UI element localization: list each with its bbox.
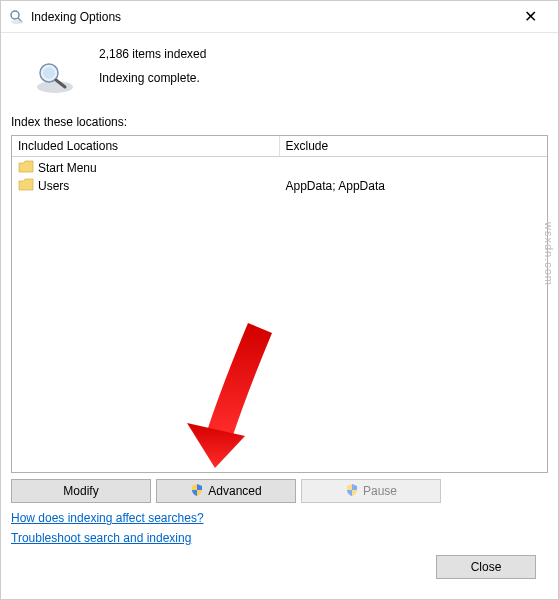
- locations-section-label: Index these locations:: [11, 115, 548, 129]
- titlebar: Indexing Options ✕: [1, 1, 558, 33]
- svg-point-5: [43, 67, 55, 79]
- included-column-body: Start Menu Users: [12, 157, 280, 472]
- content-area: 2,186 items indexed Indexing complete. I…: [1, 33, 558, 599]
- list-item[interactable]: Users: [16, 177, 276, 195]
- window-close-button[interactable]: ✕: [510, 1, 550, 33]
- indexing-options-window: Indexing Options ✕ 2,186 items indexed I…: [0, 0, 559, 600]
- modify-button[interactable]: Modify: [11, 479, 151, 503]
- column-header-exclude[interactable]: Exclude: [280, 136, 548, 156]
- button-label: Advanced: [208, 484, 261, 498]
- svg-point-0: [11, 11, 19, 19]
- locations-listbox[interactable]: Included Locations Exclude Start Menu: [11, 135, 548, 473]
- button-label: Modify: [63, 484, 98, 498]
- indexing-status-text: Indexing complete.: [99, 71, 206, 85]
- exclude-column-body: AppData; AppData: [280, 157, 548, 472]
- help-links: How does indexing affect searches? Troub…: [11, 511, 548, 545]
- exclude-value: AppData; AppData: [286, 179, 385, 193]
- folder-icon: [18, 178, 34, 195]
- items-indexed-count: 2,186 items indexed: [99, 47, 206, 61]
- watermark: wsxdn.com: [543, 222, 555, 286]
- action-button-row: Modify Advanced: [11, 479, 548, 503]
- close-button[interactable]: Close: [436, 555, 536, 579]
- list-item[interactable]: AppData; AppData: [284, 177, 544, 195]
- troubleshoot-link[interactable]: Troubleshoot search and indexing: [11, 531, 191, 545]
- svg-point-3: [37, 81, 73, 93]
- status-magnifier-icon: [31, 45, 79, 95]
- footer: Close: [11, 545, 548, 591]
- status-row: 2,186 items indexed Indexing complete.: [11, 41, 548, 111]
- locations-header: Included Locations Exclude: [12, 136, 547, 157]
- advanced-button[interactable]: Advanced: [156, 479, 296, 503]
- how-indexing-link[interactable]: How does indexing affect searches?: [11, 511, 204, 525]
- window-title: Indexing Options: [31, 10, 510, 24]
- indexing-icon: [9, 9, 25, 25]
- svg-point-2: [11, 20, 23, 24]
- close-icon: ✕: [524, 7, 537, 26]
- shield-icon: [190, 483, 204, 500]
- location-name: Start Menu: [38, 161, 97, 175]
- button-label: Pause: [363, 484, 397, 498]
- shield-icon: [345, 483, 359, 500]
- list-item[interactable]: Start Menu: [16, 159, 276, 177]
- list-item[interactable]: [284, 159, 544, 177]
- folder-icon: [18, 160, 34, 177]
- button-label: Close: [471, 560, 502, 574]
- pause-button: Pause: [301, 479, 441, 503]
- location-name: Users: [38, 179, 69, 193]
- column-header-included[interactable]: Included Locations: [12, 136, 280, 156]
